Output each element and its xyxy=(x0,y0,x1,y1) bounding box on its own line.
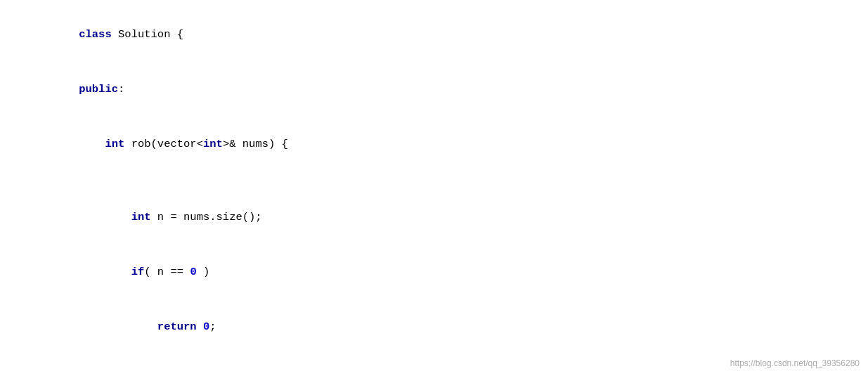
code-text: : xyxy=(118,83,124,96)
keyword-return: return xyxy=(157,320,197,333)
code-line-5: int n = nums.size(); xyxy=(0,190,868,245)
code-text: ( n == xyxy=(144,266,190,278)
keyword-int2: int xyxy=(203,138,223,150)
code-editor: class Solution { public: int rob(vector<… xyxy=(0,0,868,390)
code-text: n = nums.size(); xyxy=(151,211,262,223)
code-line-2: public: xyxy=(0,62,868,117)
watermark: https://blog.csdn.net/qq_39356280 xyxy=(730,357,860,370)
code-text xyxy=(197,320,203,333)
code-line-4 xyxy=(0,171,868,190)
num-0: 0 xyxy=(190,266,196,278)
code-line-9: // memo[i] 表示考虑抢劫 nums[i...n-1] 所能获得的最大收… xyxy=(0,372,868,390)
keyword-class: class xyxy=(79,28,112,41)
code-text: >& nums) { xyxy=(223,138,288,150)
code-line-1: class Solution { xyxy=(0,7,868,62)
code-text: ; xyxy=(209,320,216,333)
keyword-public: public xyxy=(79,83,118,96)
keyword-if: if xyxy=(131,266,145,278)
num-0b: 0 xyxy=(203,320,209,333)
indent-space xyxy=(79,211,131,223)
indent-space xyxy=(79,266,131,278)
code-line-6: if( n == 0 ) xyxy=(0,245,868,299)
code-text: rob(vector< xyxy=(124,138,203,150)
code-line-3: int rob(vector<int>& nums) { xyxy=(0,117,868,171)
code-text: Solution { xyxy=(112,28,183,41)
keyword-int: int xyxy=(131,211,151,223)
indent-space xyxy=(79,320,157,333)
code-text: ) xyxy=(197,266,210,278)
keyword-int: int xyxy=(105,138,124,150)
indent-space xyxy=(79,138,105,150)
code-line-7: return 0; xyxy=(0,299,868,354)
